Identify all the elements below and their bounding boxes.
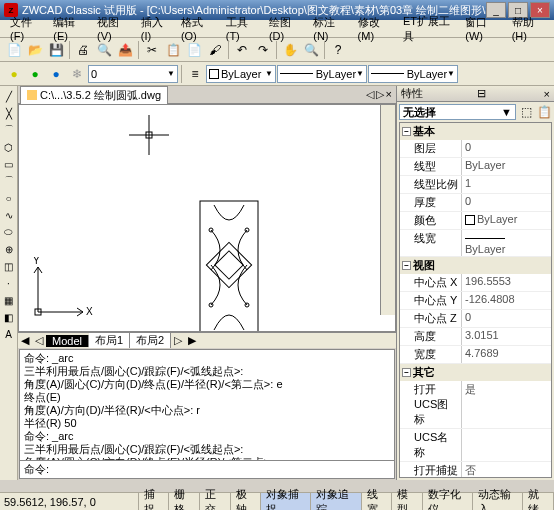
document-tab[interactable]: C:\...\3.5.2 绘制圆弧.dwg bbox=[20, 86, 168, 104]
layer-freeze-icon[interactable]: ❄ bbox=[67, 64, 87, 84]
arc-tool[interactable]: ⌒ bbox=[1, 173, 17, 189]
publish-icon[interactable]: 📤 bbox=[115, 40, 135, 60]
property-value[interactable]: 0 bbox=[462, 194, 551, 211]
property-row[interactable]: 线宽ByLayer bbox=[400, 230, 551, 257]
pan-icon[interactable]: ✋ bbox=[280, 40, 300, 60]
layer-green-icon[interactable]: ● bbox=[25, 64, 45, 84]
property-row[interactable]: 图层0 bbox=[400, 140, 551, 158]
rectangle-tool[interactable]: ▭ bbox=[1, 156, 17, 172]
property-value[interactable]: ByLayer bbox=[462, 212, 551, 229]
panel-menu-icon[interactable]: ⊟ bbox=[477, 87, 486, 100]
property-value[interactable]: 3.0151 bbox=[462, 328, 551, 345]
menu-item[interactable]: 修改(M) bbox=[352, 14, 397, 43]
status-mode-toggle[interactable]: 动态输入 bbox=[473, 493, 523, 510]
property-group-header[interactable]: −视图 bbox=[400, 257, 551, 274]
panel-close-icon[interactable]: × bbox=[544, 88, 550, 100]
status-mode-toggle[interactable]: 极轴 bbox=[231, 493, 262, 510]
quickselect-icon[interactable]: ⬚ bbox=[518, 104, 534, 120]
zoom-icon[interactable]: 🔍 bbox=[301, 40, 321, 60]
property-row[interactable]: 中心点 Z0 bbox=[400, 310, 551, 328]
property-row[interactable]: 打开UCS图标是 bbox=[400, 381, 551, 429]
property-grid[interactable]: −基本图层0线型ByLayer线型比例1厚度0颜色ByLayer线宽ByLaye… bbox=[399, 122, 552, 478]
property-row[interactable]: 高度3.0151 bbox=[400, 328, 551, 346]
property-value[interactable]: 否 bbox=[462, 462, 551, 478]
property-value[interactable] bbox=[462, 429, 551, 461]
property-value[interactable]: 0 bbox=[462, 310, 551, 327]
command-line[interactable]: 命令: bbox=[20, 460, 394, 478]
redo-icon[interactable]: ↷ bbox=[253, 40, 273, 60]
property-group-header[interactable]: −其它 bbox=[400, 364, 551, 381]
layer-blue-icon[interactable]: ● bbox=[46, 64, 66, 84]
linetype-dropdown[interactable]: ByLayer▼ bbox=[277, 65, 367, 83]
selection-dropdown[interactable]: 无选择▼ bbox=[399, 104, 516, 120]
layout-nav[interactable]: ◁ bbox=[32, 334, 46, 347]
line-tool[interactable]: ╱ bbox=[1, 88, 17, 104]
spline-tool[interactable]: ∿ bbox=[1, 207, 17, 223]
tab-nav-left-icon[interactable]: ◁ bbox=[366, 88, 374, 101]
status-mode-toggle[interactable]: 数字化仪 bbox=[423, 493, 473, 510]
properties-header[interactable]: 特性 ⊟ × bbox=[397, 86, 554, 102]
cut-icon[interactable]: ✂ bbox=[142, 40, 162, 60]
property-value[interactable]: -126.4808 bbox=[462, 292, 551, 309]
help-icon[interactable]: ? bbox=[328, 40, 348, 60]
vertical-scrollbar[interactable] bbox=[380, 105, 395, 315]
menu-item[interactable]: 帮助(H) bbox=[506, 14, 550, 43]
layout-tab[interactable]: 布局2 bbox=[130, 333, 171, 348]
layout-tab[interactable]: Model bbox=[46, 335, 89, 347]
property-row[interactable]: 颜色ByLayer bbox=[400, 212, 551, 230]
layout-nav[interactable]: ▷ bbox=[171, 334, 185, 347]
menu-item[interactable]: ET扩展工具 bbox=[397, 13, 459, 45]
status-mode-toggle[interactable]: 捕捉 bbox=[139, 493, 170, 510]
copy-icon[interactable]: 📋 bbox=[163, 40, 183, 60]
property-row[interactable]: 厚度0 bbox=[400, 194, 551, 212]
property-value[interactable]: ByLayer bbox=[462, 230, 551, 256]
property-row[interactable]: 打开捕捉否 bbox=[400, 462, 551, 478]
property-value[interactable]: 1 bbox=[462, 176, 551, 193]
save-icon[interactable]: 💾 bbox=[46, 40, 66, 60]
pline-tool[interactable]: ⌒ bbox=[1, 122, 17, 138]
layout-tab[interactable]: 布局1 bbox=[89, 333, 130, 348]
command-input[interactable] bbox=[52, 464, 390, 476]
paste-icon[interactable]: 📄 bbox=[184, 40, 204, 60]
property-value[interactable]: 196.5553 bbox=[462, 274, 551, 291]
xline-tool[interactable]: ╳ bbox=[1, 105, 17, 121]
status-mode-toggle[interactable]: 对象捕捉 bbox=[261, 493, 311, 510]
drawing-canvas[interactable]: XY bbox=[18, 104, 396, 332]
color-dropdown[interactable]: ByLayer▼ bbox=[206, 65, 276, 83]
collapse-icon[interactable]: − bbox=[402, 368, 411, 377]
property-row[interactable]: 宽度4.7689 bbox=[400, 346, 551, 364]
status-mode-toggle[interactable]: 正交 bbox=[200, 493, 231, 510]
hatch-tool[interactable]: ▦ bbox=[1, 292, 17, 308]
collapse-icon[interactable]: − bbox=[402, 127, 411, 136]
open-icon[interactable]: 📂 bbox=[25, 40, 45, 60]
coordinates-display[interactable]: 59.5612, 196.57, 0 bbox=[0, 493, 139, 510]
print-icon[interactable]: 🖨 bbox=[73, 40, 93, 60]
property-group-header[interactable]: −基本 bbox=[400, 123, 551, 140]
property-value[interactable]: 4.7689 bbox=[462, 346, 551, 363]
status-mode-toggle[interactable]: 对象追踪 bbox=[311, 493, 361, 510]
circle-tool[interactable]: ○ bbox=[1, 190, 17, 206]
collapse-icon[interactable]: − bbox=[402, 261, 411, 270]
layer-dropdown[interactable]: 0▼ bbox=[88, 65, 178, 83]
property-row[interactable]: 线型ByLayer bbox=[400, 158, 551, 176]
status-mode-toggle[interactable]: 模型 bbox=[392, 493, 423, 510]
menu-item[interactable]: 窗口(W) bbox=[459, 14, 505, 43]
command-history[interactable]: 命令: _arc三半利用最后点/圆心(C)/跟踪(F)/<弧线起点>:角度(A)… bbox=[20, 350, 394, 460]
status-mode-toggle[interactable]: 就绪 bbox=[523, 493, 554, 510]
property-value[interactable]: ByLayer bbox=[462, 158, 551, 175]
preview-icon[interactable]: 🔍 bbox=[94, 40, 114, 60]
property-row[interactable]: 线型比例1 bbox=[400, 176, 551, 194]
property-value[interactable]: 0 bbox=[462, 140, 551, 157]
ellipse-tool[interactable]: ⬭ bbox=[1, 224, 17, 240]
status-mode-toggle[interactable]: 线宽 bbox=[362, 493, 393, 510]
insert-tool[interactable]: ⊕ bbox=[1, 241, 17, 257]
match-icon[interactable]: 🖌 bbox=[205, 40, 225, 60]
layout-nav[interactable]: ◀ bbox=[18, 334, 32, 347]
tab-nav-right-icon[interactable]: ▷ bbox=[376, 88, 384, 101]
property-value[interactable]: 是 bbox=[462, 381, 551, 428]
polygon-tool[interactable]: ⬡ bbox=[1, 139, 17, 155]
new-icon[interactable]: 📄 bbox=[4, 40, 24, 60]
layer-manager-icon[interactable]: ≡ bbox=[185, 64, 205, 84]
property-row[interactable]: 中心点 X196.5553 bbox=[400, 274, 551, 292]
layout-nav[interactable]: ▶ bbox=[185, 334, 199, 347]
